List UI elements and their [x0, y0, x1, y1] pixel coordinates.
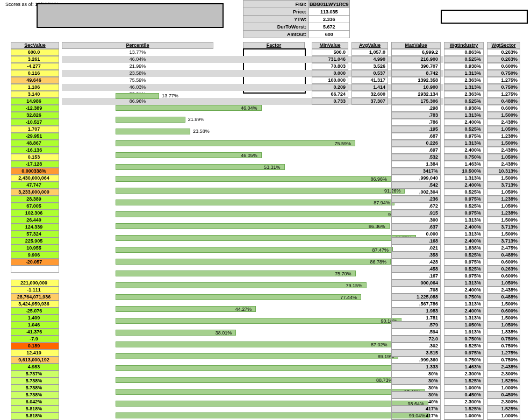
percentile-bar: 90.18%	[116, 318, 433, 324]
maxvalue-cell: .236	[391, 196, 441, 203]
bar-label: 87.94%	[374, 200, 393, 206]
wgtindustry-cell: 2.400%	[444, 119, 484, 126]
maxvalue-cell: .428	[391, 259, 441, 266]
wgtsector-cell: 0.263%	[487, 49, 520, 56]
amtout-label: AmtOut:	[243, 31, 309, 38]
secvalue-cell: 600.0	[11, 49, 59, 56]
maxvalue-cell: .687	[391, 133, 441, 140]
wgtsector-cell: 1.050%	[487, 280, 520, 287]
secvalue-cell: 9,613,000,192	[11, 357, 59, 364]
secvalue-cell: -10.517	[11, 119, 59, 126]
wgtindustry-cell: 1.313%	[444, 70, 484, 77]
secvalue-cell: 0.000338%	[11, 168, 59, 175]
secvalue-cell: 225.905	[11, 238, 59, 245]
minvalue-cell: 70.803	[312, 63, 348, 70]
maxvalue-cell: 0.226	[391, 140, 441, 147]
wgtsector-cell: 1.500%	[487, 315, 520, 322]
maxvalue-cell: 2932.134	[391, 91, 441, 98]
wgtindustry-cell: 1.313%	[444, 301, 484, 308]
secvalue-cell: 47.747	[11, 182, 59, 189]
wgtindustry-cell: 2.400%	[444, 224, 484, 231]
wgtsector-cell: 3.713%	[487, 224, 520, 231]
wgtsector-cell: 1.050%	[487, 126, 520, 133]
wgtindustry-cell: 1.313%	[444, 84, 484, 91]
minvalue-cell: 0.733	[312, 98, 348, 105]
minvalue-cell: 100.000	[312, 77, 348, 84]
bar-label: 46.04%	[241, 105, 260, 111]
maxvalue-cell: 1.781	[391, 315, 441, 322]
wgtsector-cell: 0.488%	[487, 294, 520, 301]
maxvalue-cell: .783	[391, 112, 441, 119]
bar-label: 86.78%	[370, 259, 389, 265]
wgtsector-cell: 2.300%	[487, 398, 520, 405]
wgtsector-cell: 1.500%	[487, 301, 520, 308]
wgtindustry-cell: 0.525%	[444, 252, 484, 259]
maxvalue-cell: .542	[391, 182, 441, 189]
wgtindustry-cell: 1.913%	[444, 329, 484, 336]
wgtsector-cell: 0.600%	[487, 63, 520, 70]
wgtsector-cell: 1.238%	[487, 210, 520, 217]
wgtsector-cell: 1.500%	[487, 112, 520, 119]
wgtindustry-cell: 2.400%	[444, 238, 484, 245]
maxvalue-cell: 3417%	[391, 168, 441, 175]
wgtsector-cell: 1.050%	[487, 322, 520, 329]
percentile-bar: 89.19%	[116, 353, 433, 359]
wgtindustry-cell: 1.525%	[444, 405, 484, 412]
avgvalue-cell: 37.307	[351, 98, 388, 105]
wgtsector-cell: 0.600%	[487, 273, 520, 280]
wgtsector-cell: 0.750%	[487, 343, 520, 350]
maxvalue-cell: 175.306	[391, 98, 441, 105]
maxvalue-cell: .298	[391, 105, 441, 112]
bar-label: 13.77%	[160, 93, 178, 99]
maxvalue-cell: 80%	[391, 371, 441, 378]
bar-label: 87.02%	[371, 342, 390, 348]
wgtindustry-cell: 1.313%	[444, 140, 484, 147]
wgtsector-cell: 0.750%	[487, 70, 520, 77]
maxvalue-cell: 1,225,088	[391, 294, 441, 301]
maxvalue-cell: 30%	[391, 378, 441, 385]
percentile-bar: 38.01%	[116, 330, 433, 336]
secvalue-empty	[11, 273, 59, 280]
wgtsector-cell: 1.238%	[487, 196, 520, 203]
bar-label: 44.27%	[235, 307, 255, 312]
secvalue-cell: 3.140	[11, 91, 59, 98]
secvalue-cell: -12.389	[11, 105, 59, 112]
percentile-text: 46.04%	[62, 56, 213, 63]
secvalue-cell: 5.818%	[11, 412, 59, 419]
maxvalue-cell: 8.742	[391, 70, 441, 77]
wgtindustry-cell: 2.400%	[444, 182, 484, 189]
wgtindustry-cell: 1.313%	[444, 315, 484, 322]
wgtsector-cell: 1.050%	[487, 203, 520, 210]
percentile-bar: 77.44%	[116, 294, 433, 300]
secvalue-cell: 5.738%	[11, 391, 59, 398]
secvalue-cell: 10.955	[11, 245, 59, 252]
maxvalue-cell: .195	[391, 126, 441, 133]
maxvalue-cell: 000,064	[391, 280, 441, 287]
maxvalue-cell: 1392.358	[391, 77, 441, 84]
wgtindustry-cell: 2.300%	[444, 398, 484, 405]
maxvalue-header: MaxValue	[391, 42, 441, 49]
maxvalue-cell: 390.707	[391, 63, 441, 70]
wgtindustry-cell: 0.525%	[444, 126, 484, 133]
secvalue-cell: 12.410	[11, 350, 59, 357]
wgtindustry-cell: 1.313%	[444, 231, 484, 238]
secvalue-cell: 48.867	[11, 140, 59, 147]
wgtsector-cell: 2.438%	[487, 147, 520, 154]
secvalue-cell: 1.409	[11, 315, 59, 322]
dtw-value: 5.672	[309, 23, 350, 31]
wgtsector-cell: 1.238%	[487, 133, 520, 140]
wgtsector-cell: 1.500%	[487, 175, 520, 182]
wgtsector-cell: 1.500%	[487, 217, 520, 224]
secvalue-cell: 3,233,000,000	[11, 189, 59, 196]
bar-label: 38.01%	[216, 330, 235, 336]
bar-label: 87.47%	[372, 247, 392, 253]
wgtindustry-header: WgtIndustry	[444, 42, 484, 49]
percentile-bar: 88.73%	[116, 377, 433, 383]
wgtindustry-cell: 0.750%	[444, 357, 484, 364]
percentile-text: 46.03%	[62, 84, 213, 91]
secvalue-cell: -25.076	[11, 308, 59, 315]
percentile-bar: 44.27%	[116, 306, 433, 312]
secvalue-cell: -41.376	[11, 329, 59, 336]
maxvalue-cell: 30%	[391, 385, 441, 391]
wgtsector-cell: 0.750%	[487, 336, 520, 343]
